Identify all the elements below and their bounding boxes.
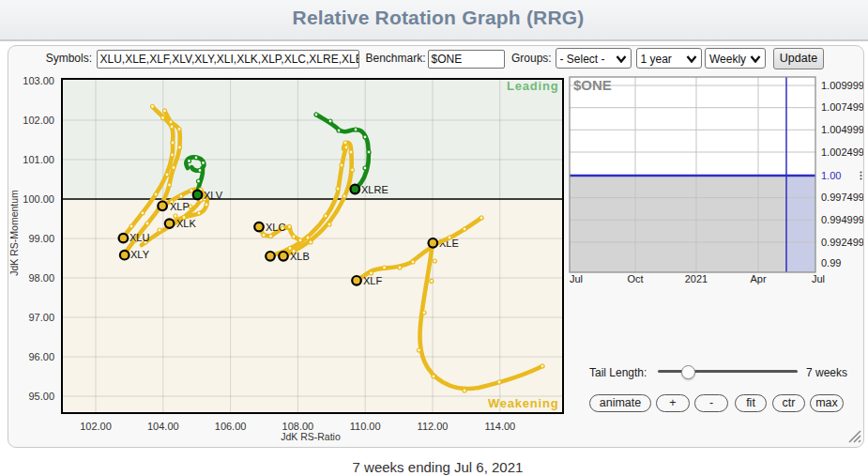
svg-text:XLV: XLV: [204, 190, 223, 201]
svg-text:XLP: XLP: [170, 201, 190, 212]
svg-text:2021: 2021: [685, 273, 708, 284]
svg-text:103.00: 103.00: [23, 75, 54, 86]
svg-text:1.0024999: 1.0024999: [821, 146, 863, 158]
svg-text:106.00: 106.00: [215, 421, 247, 432]
svg-text:104.00: 104.00: [147, 421, 179, 432]
svg-text:XLU: XLU: [129, 232, 149, 243]
svg-text:1.0074999: 1.0074999: [821, 101, 863, 113]
svg-text:Oct: Oct: [627, 273, 643, 284]
svg-text:100.00: 100.00: [23, 193, 54, 205]
svg-text:Weakening: Weakening: [488, 396, 559, 410]
svg-text:1.0099999: 1.0099999: [821, 80, 863, 91]
svg-text:Jul: Jul: [812, 273, 825, 284]
svg-text:JdK RS-Ratio: JdK RS-Ratio: [281, 431, 341, 442]
svg-text:98.00: 98.00: [28, 272, 54, 284]
svg-text:1.0049999: 1.0049999: [821, 124, 863, 135]
svg-text:XLC: XLC: [266, 222, 285, 233]
svg-text:0.9949999: 0.9949999: [821, 214, 863, 225]
svg-text:XLRE: XLRE: [361, 184, 388, 195]
svg-text:Jul: Jul: [570, 273, 583, 284]
svg-text:102.00: 102.00: [80, 421, 112, 432]
svg-text:97.00: 97.00: [28, 312, 54, 323]
svg-text:0.9924999: 0.9924999: [821, 237, 863, 248]
svg-text:XLF: XLF: [363, 275, 382, 286]
svg-text:110.00: 110.00: [350, 421, 381, 432]
svg-text:99.00: 99.00: [28, 233, 54, 244]
svg-text:0.99: 0.99: [821, 257, 841, 269]
svg-text:XLK: XLK: [176, 218, 196, 229]
svg-text:JdK RS-Momentum: JdK RS-Momentum: [8, 190, 20, 276]
svg-text:0.9974999: 0.9974999: [821, 192, 863, 203]
svg-text:1.00: 1.00: [821, 170, 841, 181]
svg-text:$ONE: $ONE: [573, 77, 612, 93]
svg-text:112.00: 112.00: [418, 421, 449, 432]
svg-text:114.00: 114.00: [484, 421, 515, 432]
svg-text:XLB: XLB: [290, 251, 310, 262]
svg-text:Apr: Apr: [750, 273, 766, 284]
svg-text:96.00: 96.00: [28, 351, 54, 362]
svg-text:Leading: Leading: [507, 79, 558, 93]
svg-text:XLY: XLY: [130, 249, 150, 260]
svg-text:95.00: 95.00: [28, 391, 54, 402]
svg-text:101.00: 101.00: [23, 154, 54, 165]
svg-text:102.00: 102.00: [23, 115, 54, 126]
